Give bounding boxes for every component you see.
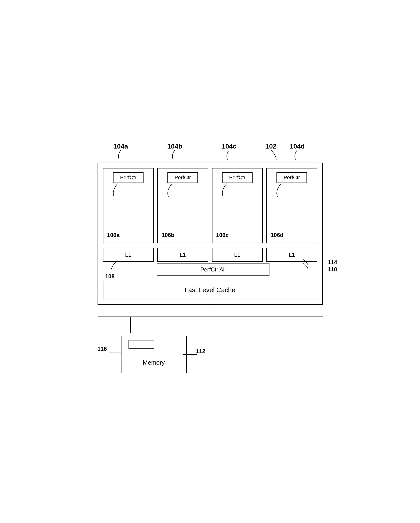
l1-ref-row: 108 PerfCtr All 114 110 [103, 264, 317, 278]
ref-116: 116 [97, 346, 107, 352]
ref-112: 112 [196, 348, 205, 355]
perf-all-wrapper: PerfCtr All [157, 263, 299, 276]
memory-inner-box [129, 340, 154, 349]
bus-section [97, 305, 323, 333]
l1-b: L1 [157, 248, 208, 262]
perf-ctr-a: PerfCtr [113, 172, 144, 183]
diagram: 104a 104b 104c 102 104d [81, 143, 339, 380]
memory-label: Memory [143, 359, 165, 366]
ref-104b: 104b [167, 143, 182, 161]
perf-ctr-b: PerfCtr [167, 172, 198, 183]
ref-114: 114 [328, 259, 337, 266]
core-d: PerfCtr 106d [267, 168, 317, 243]
perf-ctr-c: PerfCtr [222, 172, 253, 183]
l1-section: L1 L1 L1 L1 108 [103, 248, 317, 278]
l1-a: L1 [103, 248, 154, 262]
core-b: PerfCtr 106b [157, 168, 208, 243]
memory-box-outer: Memory [121, 336, 187, 373]
core-c: PerfCtr 106c [212, 168, 263, 243]
core-a: PerfCtr 106a [103, 168, 154, 243]
ref-104c: 104c [222, 143, 236, 161]
ref-102: 102 [264, 143, 278, 161]
ref-104d: 104d [290, 143, 305, 161]
perf-all-box: PerfCtr All [157, 263, 269, 276]
perf-ctr-d: PerfCtr [276, 172, 307, 183]
l1-row: L1 L1 L1 L1 [103, 248, 317, 262]
memory-section: 116 Memory 112 [97, 333, 323, 380]
chip-box: PerfCtr 106a PerfCtr 106b PerfCtr [97, 163, 323, 305]
ref-108: 108 [105, 273, 115, 280]
ref-104a: 104a [113, 143, 128, 161]
cores-row: PerfCtr 106a PerfCtr 106b PerfCtr [103, 168, 317, 243]
llc-box: Last Level Cache [103, 281, 317, 299]
memory-box: Memory [121, 336, 187, 373]
ref-110: 110 [328, 266, 337, 273]
top-refs: 104a 104b 104c 102 104d [97, 143, 323, 161]
l1-c: L1 [212, 248, 263, 262]
